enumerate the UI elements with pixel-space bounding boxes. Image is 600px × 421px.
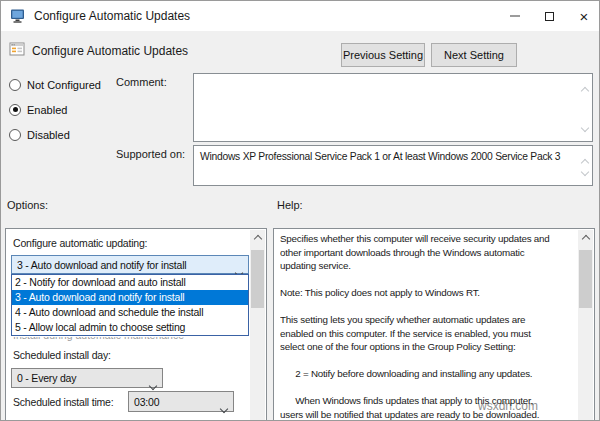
comment-textarea[interactable]: [193, 73, 593, 142]
help-text-line: 2 = Notify before downloading and instal…: [280, 368, 576, 382]
automatic-updating-combobox[interactable]: 3 - Auto download and notify for install: [11, 255, 249, 274]
radio-label: Enabled: [27, 104, 67, 116]
help-text-line: select one of the four options in the Gr…: [280, 341, 576, 355]
scroll-up-icon[interactable]: [250, 232, 265, 246]
chevron-down-icon: [221, 398, 227, 416]
previous-setting-button[interactable]: Previous Setting: [341, 43, 425, 67]
scrollbar-thumb[interactable]: [251, 250, 264, 308]
configure-updating-label: Configure automatic updating:: [13, 237, 147, 249]
help-text-line: updating service.: [280, 260, 576, 274]
state-radio-group: Not Configured Enabled Disabled: [9, 78, 101, 153]
combobox-value: 0 - Every day: [12, 372, 76, 384]
scroll-up-icon[interactable]: [578, 232, 593, 246]
options-section-label: Options:: [7, 199, 48, 211]
help-section-label: Help:: [277, 199, 303, 211]
dropdown-option[interactable]: 3 - Auto download and notify for install: [12, 290, 248, 305]
state-radio-option[interactable]: Disabled: [9, 128, 101, 141]
combobox-value: 3 - Auto download and notify for install: [12, 259, 186, 271]
help-text-line: Specifies whether this computer will rec…: [280, 233, 576, 247]
supported-on-label: Supported on:: [116, 148, 185, 160]
maximize-icon[interactable]: [532, 1, 566, 31]
setting-title: Configure Automatic Updates: [32, 44, 188, 58]
chevron-up-icon: [582, 80, 588, 98]
title-bar: Configure Automatic Updates ×: [1, 1, 599, 31]
radio-label: Disabled: [27, 129, 70, 141]
help-scrollbar[interactable]: [578, 230, 593, 421]
supported-on-box: Windows XP Professional Service Pack 1 o…: [193, 145, 593, 186]
state-radio-option[interactable]: Not Configured: [9, 78, 101, 91]
radio-button-icon[interactable]: [9, 79, 21, 91]
dropdown-option[interactable]: 4 - Auto download and schedule the insta…: [12, 305, 248, 320]
scrollbar-thumb[interactable]: [579, 250, 592, 308]
chevron-down-icon: [582, 161, 588, 179]
help-text-line: other important downloads through the Wi…: [280, 247, 576, 261]
help-text-line: enabled on this computer. If the service…: [280, 328, 576, 342]
scheduled-install-day-label: Scheduled install day:: [13, 349, 111, 361]
radio-label: Not Configured: [27, 79, 101, 91]
help-text-line: [280, 382, 576, 396]
help-text-line: [280, 274, 576, 288]
options-panel: Configure automatic updating: 3 - Auto d…: [5, 228, 267, 421]
radio-button-icon[interactable]: [9, 129, 21, 141]
combobox-value: 03:00: [129, 396, 159, 408]
state-radio-option[interactable]: Enabled: [9, 103, 101, 116]
app-computer-icon: [10, 8, 26, 24]
help-panel: Specifies whether this computer will rec…: [273, 228, 595, 421]
radio-button-icon[interactable]: [9, 104, 21, 116]
dropdown-option[interactable]: 2 - Notify for download and auto install: [12, 275, 248, 290]
help-text-line: This setting lets you specify whether au…: [280, 314, 576, 328]
dialog-window: Configure Automatic Updates × Configure …: [0, 0, 600, 421]
watermark: wsxdn.com: [478, 399, 538, 413]
obscured-text-fragment: Install during automatic maintenance: [13, 337, 213, 343]
comment-label: Comment:: [116, 76, 167, 88]
close-icon[interactable]: ×: [567, 1, 600, 31]
scheduled-install-day-combobox[interactable]: 0 - Every day: [11, 368, 163, 388]
help-text: Specifies whether this computer will rec…: [280, 233, 576, 421]
next-setting-button[interactable]: Next Setting: [431, 43, 517, 67]
options-scrollbar[interactable]: [250, 230, 265, 421]
scheduled-install-time-combobox[interactable]: 03:00: [128, 391, 234, 412]
help-text-line: [280, 301, 576, 315]
help-text-line: [280, 355, 576, 369]
chevron-down-icon: [582, 117, 588, 135]
help-text-line: Note: This policy does not apply to Wind…: [280, 287, 576, 301]
dropdown-option[interactable]: 5 - Allow local admin to choose setting: [12, 320, 248, 335]
scheduled-install-time-label: Scheduled install time:: [13, 396, 113, 408]
window-title: Configure Automatic Updates: [34, 9, 190, 23]
minimize-icon[interactable]: [498, 1, 532, 31]
automatic-updating-dropdown-list: 2 - Notify for download and auto install…: [11, 274, 249, 336]
supported-on-value: Windows XP Professional Service Pack 1 o…: [200, 151, 560, 162]
policy-setting-icon: [9, 41, 25, 57]
